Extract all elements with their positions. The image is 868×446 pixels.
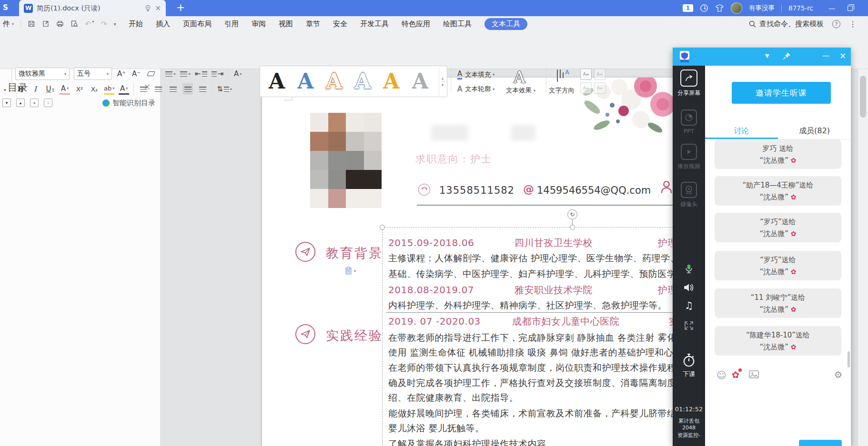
distribute-button[interactable] — [197, 83, 208, 95]
justify-button[interactable] — [182, 83, 193, 95]
skin-icon[interactable] — [715, 4, 724, 12]
mic-button[interactable] — [673, 264, 705, 274]
wordart-style-3[interactable]: A — [354, 71, 371, 92]
print-preview-button[interactable] — [71, 20, 78, 28]
class-panel-titlebar[interactable]: ▼ — × — [673, 48, 851, 66]
wordart-style-1[interactable]: A — [297, 71, 313, 92]
rail-item-ppt[interactable]: PPT — [673, 109, 705, 135]
resume-body-line[interactable]: 在老师的带领下认真执行各项规章制度，岗位职责和护理技术操作规程 — [388, 361, 674, 374]
rail-item-play-video[interactable]: 播放视频 — [673, 144, 705, 170]
superscript-button[interactable]: X² — [74, 83, 85, 95]
align-center-button[interactable] — [153, 83, 163, 95]
command-search[interactable]: 查找命令、搜索模板 — [749, 20, 824, 29]
shrink-font-button[interactable]: A⁻ — [131, 68, 141, 79]
export-button[interactable] — [42, 20, 50, 28]
bullet-list-button[interactable]: ▾ — [165, 68, 176, 79]
menu-item-0[interactable]: 开始 — [129, 20, 143, 29]
panel-close-icon[interactable]: × — [839, 51, 846, 60]
menu-item-6[interactable]: 章节 — [306, 20, 320, 29]
resume-body-line[interactable]: 主修课程：人体解剖学、健康评估 护理心理学、医学生物学、药理学、 — [388, 252, 674, 264]
document-tab[interactable]: W 简历(1).docx (只读) × — [19, 0, 166, 16]
invite-students-button[interactable]: 邀请学生听课 — [732, 82, 831, 104]
qat-more-icon[interactable]: ▾ — [114, 21, 116, 27]
scrollbar-thumb[interactable] — [860, 76, 866, 118]
resume-meta-line[interactable]: 2018.08-2019.07雅安职业技术学院护理 — [388, 284, 674, 296]
menu-item-7[interactable]: 安全 — [333, 20, 347, 29]
restore-button[interactable] — [848, 6, 853, 11]
rail-item-camera[interactable]: 摄像头 — [673, 182, 705, 208]
bold-button[interactable]: B — [15, 83, 26, 95]
char-border-button[interactable]: A▾ — [60, 83, 70, 95]
document-scrollbar[interactable] — [858, 69, 868, 446]
user-avatar[interactable] — [731, 2, 742, 14]
resume-body-line[interactable]: 了解及掌握各项妇科护理操作技术内容 — [388, 437, 674, 446]
subscript-button[interactable]: X₂ — [89, 83, 100, 95]
text-direction-button[interactable]: 文字方向 — [549, 86, 575, 95]
text-effect-icon[interactable]: A — [514, 68, 525, 87]
font-color-button[interactable]: A▾ — [119, 83, 129, 95]
wordart-style-4[interactable]: A — [384, 71, 400, 92]
settings-gear-icon[interactable]: ⚙ — [834, 369, 842, 380]
text-layout-preset-button[interactable]: A≡ — [594, 69, 606, 80]
rail-item-share-screen[interactable]: 分享屏幕 — [673, 69, 705, 97]
text-layout-preset-button[interactable]: A≡ — [580, 69, 592, 80]
undo-button[interactable]: ↶▾ — [85, 20, 94, 29]
selection-border-top[interactable] — [382, 227, 680, 228]
resume-body-line[interactable]: 能做好晨晚间护理，各类铺床，术前宣教及术前准备，产科婴儿脐带结 — [388, 407, 674, 419]
print-button[interactable] — [56, 20, 64, 28]
collapse-group-icon[interactable]: ▾ — [4, 88, 6, 92]
help-icon[interactable]: ? — [832, 20, 840, 28]
wordart-style-5[interactable]: A — [412, 71, 428, 92]
tips-bulb-icon[interactable] — [145, 5, 151, 12]
menu-item-8[interactable]: 开发工具 — [360, 20, 389, 29]
end-class-button[interactable]: 下课 — [673, 353, 705, 378]
menu-item-10[interactable]: 绘图工具 — [443, 20, 472, 29]
gallery-scroll[interactable]: ▴▾ — [439, 67, 446, 96]
panel-dropdown-icon[interactable]: ▼ — [765, 53, 769, 59]
emoji-icon[interactable]: ☺ — [717, 369, 727, 381]
redo-button[interactable]: ↷ — [101, 20, 107, 29]
font-name-select[interactable]: 微软雅黑▾ — [15, 68, 70, 80]
pin-icon[interactable] — [782, 51, 791, 61]
new-tab-button[interactable]: + — [176, 1, 185, 13]
file-menu[interactable]: 件 ▾ — [3, 20, 14, 29]
align-left-button[interactable] — [138, 83, 149, 95]
text-fill-button[interactable]: A 文本填充▾ — [457, 69, 495, 79]
toc-expand-icon[interactable]: ▾ — [2, 99, 11, 107]
resume-meta-line[interactable]: 2015.09-2018.06四川甘孜卫生学校护理 — [388, 237, 674, 249]
resume-body-line[interactable]: 基础、传染病学、中医护理学、妇产科护理学、儿科护理学、预防医学 — [388, 268, 674, 280]
activity-icon[interactable] — [700, 4, 708, 12]
tab-members[interactable]: 成员(82) — [778, 124, 851, 138]
resume-body-line[interactable]: 婴儿沐浴 婴儿抚触等。 — [388, 422, 674, 434]
music-button[interactable]: ♫ — [673, 300, 705, 311]
resume-body-line[interactable]: 在带教老师的指导进行工作下，完成静脉穿刺 静脉抽血 各类注射 雾化 — [388, 331, 674, 344]
grow-font-button[interactable]: A⁺ — [116, 68, 127, 79]
decrease-indent-button[interactable]: ⇤ — [195, 68, 207, 79]
align-right-button[interactable] — [168, 83, 178, 95]
menu-item-9[interactable]: 特色应用 — [402, 20, 430, 29]
line-spacing-button[interactable]: ⇅▾ — [217, 83, 232, 95]
resume-body-line[interactable]: 使用 监测生命体征 机械辅助排痰 吸痰 鼻饲 做好患者的基础护理和心 — [388, 346, 674, 358]
menu-item-2[interactable]: 页面布局 — [183, 20, 212, 29]
resume-meta-line[interactable]: 2019. 07 -2020.03成都市妇女儿童中心医院实 — [388, 315, 674, 327]
menu-item-1[interactable]: 插入 — [156, 20, 170, 29]
toc-plus-icon[interactable]: ＋ — [30, 99, 39, 107]
text-effect-button[interactable]: 文本效果▾ — [506, 86, 535, 95]
tab-discussion[interactable]: 讨论 — [705, 124, 778, 138]
wordart-style-2[interactable]: A — [326, 71, 342, 92]
resume-body-line[interactable]: 内科护理学、外科护理学、精神病学、社区护理学、急救护理学等。 — [388, 299, 674, 311]
fullscreen-button[interactable] — [673, 321, 705, 330]
char-scale-button[interactable]: A▾ — [232, 68, 243, 79]
rotate-handle[interactable]: ↻ — [567, 209, 577, 219]
smart-toc-button[interactable]: 智能识别目录 — [102, 99, 155, 108]
speaker-button[interactable] — [673, 282, 705, 293]
toc-collapse-icon[interactable]: ▴ — [16, 99, 25, 107]
text-outline-button[interactable]: A 文本轮廓▾ — [457, 85, 495, 93]
more-menu-icon[interactable]: ⋮ — [849, 20, 857, 29]
chat-scrollbar-thumb[interactable] — [848, 351, 850, 367]
resume-body-line[interactable]: 确及时完成各项护理工作，严格执行查对及交接班制度、消毒隔离制度 — [388, 377, 674, 389]
paste-options-button[interactable]: ▾ — [345, 267, 356, 275]
menu-item-5[interactable]: 视图 — [279, 20, 293, 29]
menu-item-4[interactable]: 审阅 — [252, 20, 266, 29]
text-layout-preset-button[interactable]: A≡ — [580, 82, 592, 94]
